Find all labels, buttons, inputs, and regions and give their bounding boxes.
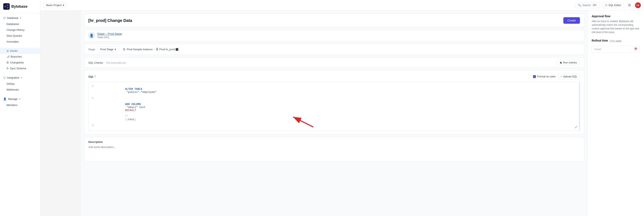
sidebar-item-branches[interactable]: ⎇ Branches [0, 54, 40, 60]
sql-checks-label: SQL Checks [88, 61, 103, 64]
sql-label-group: SQL * [88, 75, 96, 78]
terminal-icon: ⬛ [176, 48, 178, 51]
approval-flow-section: Approval flow After an issue is created,… [592, 15, 640, 34]
sidebar-item-issues[interactable]: ◎ Issues [0, 48, 40, 54]
manage-group-label: Manage [8, 97, 18, 100]
app-name: Bytebase [11, 5, 28, 9]
integration-icon: ⬡ [3, 76, 6, 79]
stage-selector-row: Stage Prod Stage ▾ 🐘 Prod Sample Instanc… [84, 44, 584, 55]
topbar-left: Basic Project ▾ [44, 2, 67, 8]
svg-point-2 [7, 5, 8, 6]
expand-button[interactable]: ⤢ [575, 125, 577, 129]
sql-checks-row: SQL Checks Not executed yet ◉ Run checks [84, 57, 584, 68]
chevron-down-icon-integration: ▾ [21, 77, 22, 79]
chevron-down-icon: ▾ [20, 17, 21, 19]
branches-label: Branches [11, 55, 22, 58]
upload-sql-button[interactable]: ↑ Upload SQL [558, 74, 580, 79]
sql-editor-label: SQL Editor [608, 4, 621, 7]
stage-details: Stage – Prod Stage Tasks (0/1) [97, 32, 122, 39]
sidebar: Bytebase ⬡ Database ▾ Databases Change H… [0, 0, 40, 216]
integration-section: ⬡ Integration ▾ GitOps Webhooks [0, 73, 40, 94]
sql-editor-icon: ⬡ [605, 4, 607, 7]
sync-schema-label: Sync Schema [10, 67, 26, 70]
svg-point-3 [7, 7, 8, 9]
stage-avatar: 👤 [88, 32, 95, 39]
integration-group-label: Integration [7, 76, 20, 79]
project-selector[interactable]: Basic Project ▾ [44, 2, 67, 8]
stage-select-value: Prod Stage [100, 48, 114, 51]
code-line-3: 3 [88, 124, 580, 129]
search-button[interactable]: 🔍 Search ⌘K [575, 2, 600, 8]
sql-actions: ✓ Format on save ↑ Upload SQL [533, 74, 580, 79]
breadcrumb: 🐘 Prod Sample Instance › 🗄 Prod hr_prod … [123, 48, 178, 51]
issue-header: [hr_prod] Change Data Create [84, 14, 584, 27]
integration-group[interactable]: ⬡ Integration ▾ [0, 75, 40, 81]
svg-rect-0 [3, 3, 10, 10]
sidebar-item-anomalies[interactable]: Anomalies [0, 39, 40, 45]
stage-label: Stage [88, 48, 95, 51]
issues-icon: ◎ [6, 49, 9, 52]
stage-name-link[interactable]: Stage – Prod Stage [97, 32, 122, 36]
database-section: ⬡ Database ▾ Databases Change History Sl… [0, 13, 40, 46]
breadcrumb-instance-label: Prod Sample Instance [127, 48, 152, 51]
sidebar-item-databases[interactable]: Databases [0, 21, 40, 27]
code-editor[interactable]: 1 ALTER TABLE "public"."employee" 2 [88, 82, 580, 131]
instance-icon: 🐘 [123, 48, 126, 51]
approval-flow-title: Approval flow [592, 15, 640, 18]
description-section: Description [84, 137, 584, 162]
approval-flow-desc: After an issue is created, Bytebase will… [592, 20, 640, 34]
manage-group[interactable]: 👤 Manage ▾ [0, 96, 40, 102]
database-db-icon: 🗄 [156, 48, 158, 51]
create-button[interactable]: Create [563, 17, 580, 24]
issue-title: [hr_prod] Change Data [88, 18, 563, 23]
user-avatar[interactable]: DE [635, 3, 641, 8]
sidebar-item-gitops[interactable]: GitOps [0, 81, 40, 87]
calendar-icon: 📅 [634, 48, 637, 51]
stage-info-card: 👤 Stage – Prod Stage Tasks (0/1) [84, 30, 584, 41]
description-input[interactable] [88, 146, 580, 158]
database-group[interactable]: ⬡ Database ▾ [0, 15, 40, 21]
sidebar-item-changelists[interactable]: ☰ Changelists [0, 60, 40, 65]
format-on-save-checkbox[interactable]: ✓ Format on save [533, 75, 555, 78]
rollout-date-picker[interactable]: Unset 📅 [592, 46, 640, 52]
run-checks-button[interactable]: ◉ Run checks [557, 60, 580, 65]
sql-section: SQL * ✓ Format on save ↑ Upload SQL [84, 70, 584, 135]
code-scroll-indicator [579, 82, 580, 131]
branches-icon: ⎇ [6, 55, 10, 58]
project-name: Basic Project [46, 4, 62, 7]
rollout-unset-label: Unset [594, 48, 601, 51]
run-checks-label: Run checks [563, 61, 577, 64]
chevron-down-icon-stage: ▾ [114, 48, 116, 51]
breadcrumb-db-label: Prod hr_prod [159, 48, 175, 51]
issues-label: Issues [10, 49, 18, 52]
sql-label: SQL [88, 75, 94, 78]
code-editor-wrapper: 1 ALTER TABLE "public"."employee" 2 [88, 82, 580, 131]
sidebar-item-slow-queries[interactable]: Slow Queries [0, 33, 40, 39]
content-area: [hr_prod] Change Data Create 👤 Stage – P… [81, 11, 644, 216]
code-lines: 1 ALTER TABLE "public"."employee" 2 [88, 82, 580, 131]
database-icon: ⬡ [3, 16, 6, 20]
upload-sql-label: Upload SQL [563, 75, 577, 78]
search-icon: 🔍 [578, 4, 581, 7]
stage-select[interactable]: Prod Stage ▾ [98, 46, 119, 52]
upload-icon: ↑ [560, 75, 562, 78]
rollout-timezone: UTC+0800 [610, 40, 621, 43]
chevron-down-icon-manage: ▾ [19, 98, 20, 100]
breadcrumb-db: 🗄 Prod hr_prod ⬛ [156, 48, 178, 51]
sidebar-item-sync-schema[interactable]: ↻ Sync Schema [0, 65, 40, 71]
search-kbd: ⌘K [592, 4, 597, 7]
sidebar-item-change-history[interactable]: Change History [0, 27, 40, 33]
sidebar-item-members[interactable]: Members [0, 102, 40, 108]
sql-editor-button[interactable]: ⬡ SQL Editor [602, 2, 624, 8]
breadcrumb-separator: › [154, 48, 155, 51]
search-label: Search [582, 4, 591, 7]
code-line-1: 1 ALTER TABLE "public"."employee" [88, 84, 580, 97]
changelists-icon: ☰ [6, 61, 9, 64]
sidebar-item-webhooks[interactable]: Webhooks [0, 87, 40, 93]
gear-icon: ⚙ [628, 3, 631, 8]
format-on-save-label: Format on save [537, 75, 555, 78]
main-content: [hr_prod] Change Data Create 👤 Stage – P… [81, 11, 644, 216]
settings-button[interactable]: ⚙ [626, 2, 633, 9]
center-panel: [hr_prod] Change Data Create 👤 Stage – P… [81, 11, 588, 216]
description-label: Description [88, 140, 580, 144]
